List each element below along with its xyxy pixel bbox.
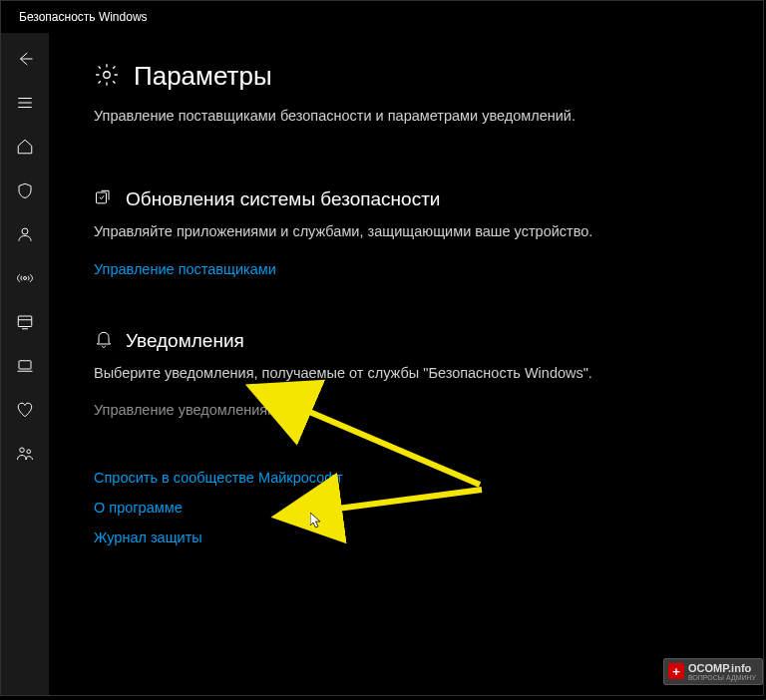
bell-icon <box>94 329 114 353</box>
nav-device-health[interactable] <box>1 390 49 434</box>
heart-icon <box>16 401 34 423</box>
page-subtitle: Управление поставщиками безопасности и п… <box>94 106 652 128</box>
community-link[interactable]: Спросить в сообществе Майкрософт <box>94 470 725 486</box>
nav-home[interactable] <box>1 127 49 171</box>
svg-rect-3 <box>19 361 31 369</box>
section-desc-updates: Управляйте приложениями и службами, защи… <box>94 221 632 243</box>
nav-firewall[interactable] <box>1 258 49 302</box>
window-titlebar: Безопасность Windows <box>1 1 763 33</box>
section-security-updates: Обновления системы безопасности Управляй… <box>94 187 725 277</box>
watermark-plus-icon: + <box>668 663 684 679</box>
laptop-icon <box>16 357 34 379</box>
hamburger-icon <box>16 94 34 116</box>
nav-app-control[interactable] <box>1 302 49 346</box>
svg-point-0 <box>22 228 28 234</box>
section-desc-notifications: Выберите уведомления, получаемые от служ… <box>94 363 632 385</box>
main-content: Параметры Управление поставщиками безопа… <box>49 33 763 695</box>
svg-rect-7 <box>97 192 107 203</box>
nav-family-options[interactable] <box>1 434 49 478</box>
svg-point-6 <box>104 71 111 78</box>
window-title: Безопасность Windows <box>19 10 148 24</box>
home-icon <box>16 138 34 160</box>
network-icon <box>16 269 34 291</box>
svg-point-4 <box>20 448 25 453</box>
gear-icon <box>94 62 120 92</box>
back-arrow-icon <box>16 50 34 72</box>
family-icon <box>16 445 34 467</box>
footer-links: Спросить в сообществе Майкрософт О прогр… <box>94 470 725 545</box>
nav-virus-protection[interactable] <box>1 171 49 214</box>
watermark-badge: + OCOMP.info ВОПРОСЫ АДМИНУ <box>663 658 763 685</box>
sidebar <box>1 33 49 695</box>
watermark-sub: ВОПРОСЫ АДМИНУ <box>688 674 756 681</box>
section-notifications: Уведомления Выберите уведомления, получа… <box>94 329 725 419</box>
history-link[interactable]: Журнал защиты <box>94 529 725 545</box>
about-link[interactable]: О программе <box>94 500 725 516</box>
app-control-icon <box>16 313 34 335</box>
sync-shield-icon <box>94 187 114 211</box>
manage-notifications-link[interactable]: Управление уведомлениями <box>94 402 725 418</box>
manage-providers-link[interactable]: Управление поставщиками <box>94 261 725 277</box>
section-title-notifications: Уведомления <box>126 330 244 352</box>
svg-point-1 <box>24 277 27 280</box>
nav-device-security[interactable] <box>1 346 49 390</box>
shield-icon <box>16 181 34 203</box>
nav-account-protection[interactable] <box>1 214 49 258</box>
person-icon <box>16 225 34 247</box>
svg-rect-2 <box>18 316 32 327</box>
menu-button[interactable] <box>1 83 49 127</box>
section-title-updates: Обновления системы безопасности <box>126 188 441 210</box>
watermark-main: OCOMP.info <box>688 662 756 674</box>
back-button[interactable] <box>1 39 49 83</box>
page-title: Параметры <box>134 61 272 92</box>
svg-point-5 <box>27 450 31 454</box>
